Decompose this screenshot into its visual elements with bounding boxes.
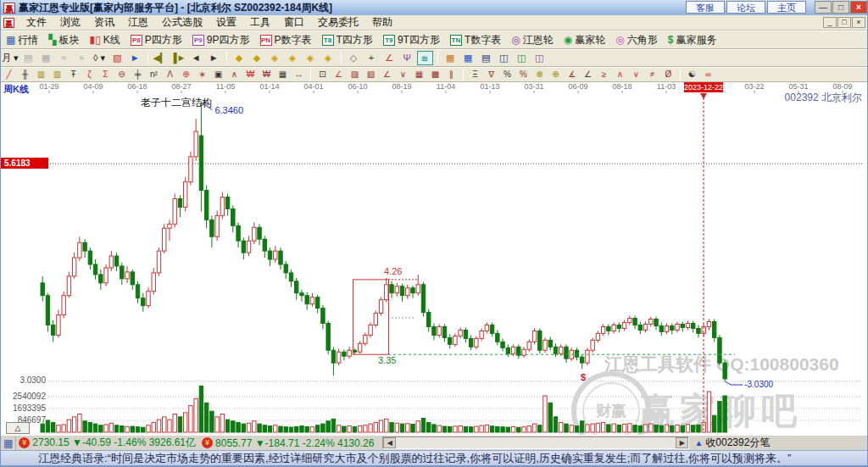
- maximize-button[interactable]: □: [832, 1, 849, 14]
- homepage-button[interactable]: 主页: [767, 1, 806, 14]
- menu-item-tools[interactable]: 工具: [243, 14, 277, 31]
- gann-draw-tool-3-icon[interactable]: ▥: [34, 69, 48, 81]
- minimize-button[interactable]: —: [815, 1, 832, 14]
- gann-draw-tool-35-icon[interactable]: ∡: [565, 69, 579, 81]
- volume-pane-expand-button[interactable]: △: [6, 422, 30, 434]
- gann-draw-tool-33-icon[interactable]: ⊗: [532, 69, 547, 81]
- gann-draw-tool-22-icon[interactable]: ▨: [348, 69, 362, 81]
- save-icon[interactable]: ◫: [496, 51, 512, 65]
- gann-draw-tool-16-icon[interactable]: ₩: [243, 69, 258, 81]
- gann-draw-tool-41-icon[interactable]: Ø: [661, 69, 676, 81]
- scrollbar-track[interactable]: [396, 437, 676, 448]
- gann-draw-tool-23-icon[interactable]: ▧: [364, 69, 378, 81]
- page-right-icon[interactable]: ►: [206, 51, 222, 65]
- kline-chart-area[interactable]: 5.61833.03002540092169339584669701-2904-…: [1, 82, 868, 435]
- toolbar-button-9t-square[interactable]: T99T四方形: [378, 32, 445, 48]
- menu-item-trade[interactable]: 交易委托: [311, 14, 365, 31]
- horizontal-scrollbar[interactable]: ◀ ▶: [382, 436, 689, 449]
- gann-draw-tool-37-icon[interactable]: ≥: [597, 69, 611, 81]
- gann-draw-tool-19-icon[interactable]: ↔: [292, 69, 306, 81]
- toolbar-button-p-number-table[interactable]: PNP数字表: [255, 32, 317, 48]
- kline-color-toggle-icon[interactable]: ▧: [109, 51, 125, 65]
- gann-draw-tool-42-icon[interactable]: ☯: [685, 69, 699, 81]
- diamond-tool-4-icon[interactable]: ◈: [285, 51, 301, 65]
- menu-item-settings[interactable]: 设置: [209, 14, 243, 31]
- gann-draw-tool-15-icon[interactable]: ∧: [227, 69, 242, 81]
- gann-draw-tool-27-icon[interactable]: ▩: [428, 69, 442, 81]
- gann-draw-tool-38-icon[interactable]: ∧: [613, 69, 627, 81]
- diamond-tool-5-icon[interactable]: ◈: [303, 51, 319, 65]
- mdi-restore-button[interactable]: □: [837, 17, 851, 28]
- diamond-tool-6-icon[interactable]: ◈: [320, 51, 337, 65]
- gann-draw-tool-9-icon[interactable]: ╪: [131, 69, 145, 81]
- gann-draw-tool-20-icon[interactable]: ⊡: [315, 69, 330, 81]
- page-left-icon[interactable]: ◄: [188, 51, 204, 65]
- toolbar-button-winner-service[interactable]: $赢家服务: [663, 32, 722, 48]
- gann-draw-tool-7-icon[interactable]: Σ: [98, 69, 113, 81]
- scroll-left-button[interactable]: ◀: [383, 437, 396, 448]
- toolbar-button-9p-square[interactable]: P99P四方形: [187, 32, 255, 48]
- toolbar-button-kline[interactable]: ▮▯K线: [85, 32, 125, 48]
- pen-tool-icon[interactable]: Ψ: [399, 51, 415, 65]
- toolbar-button-p-square[interactable]: P8P四方形: [125, 32, 187, 48]
- gann-draw-tool-34-icon[interactable]: ⊕: [548, 69, 563, 81]
- gann-draw-tool-40-icon[interactable]: ≠: [645, 69, 659, 81]
- gann-draw-tool-12-icon[interactable]: ⊕: [179, 69, 193, 81]
- toolbar-button-gann-wheel[interactable]: ◎江恩轮: [506, 32, 558, 48]
- gann-draw-tool-17-icon[interactable]: ₩: [259, 69, 274, 81]
- gann-draw-tool-31-icon[interactable]: %: [500, 69, 515, 81]
- angle-tool-icon[interactable]: ∠: [381, 51, 398, 65]
- gann-draw-tool-28-icon[interactable]: ∥: [444, 69, 459, 81]
- pan-tool-icon[interactable]: ◇: [346, 51, 362, 65]
- menu-item-gann[interactable]: 江恩: [121, 14, 155, 31]
- menu-item-news[interactable]: 资讯: [87, 14, 121, 31]
- calculator-icon[interactable]: ▦: [460, 51, 476, 65]
- diamond-tool-1-icon[interactable]: ◆: [231, 51, 248, 65]
- sh-index-quote[interactable]: 2730.15 ▼-40.59 -1.46% 3926.61亿: [32, 436, 196, 450]
- close-button[interactable]: ×: [850, 1, 867, 14]
- mdi-close-button[interactable]: ×: [852, 17, 865, 28]
- gann-draw-tool-2-icon[interactable]: ╫: [18, 69, 32, 81]
- gann-draw-tool-14-icon[interactable]: ▣: [211, 69, 225, 81]
- customer-service-button[interactable]: 客服: [686, 1, 725, 14]
- toolbar-button-t-number-table[interactable]: TNT数字表: [445, 32, 506, 48]
- menu-item-formula-stock-pick[interactable]: 公式选股: [155, 14, 209, 31]
- gann-draw-tool-4-icon[interactable]: ▥: [50, 69, 64, 81]
- tick-data-link[interactable]: ▲ 收002392分笔: [694, 436, 770, 450]
- gann-draw-tool-32-icon[interactable]: %: [516, 69, 531, 81]
- gann-draw-tool-36-icon[interactable]: ∠: [581, 69, 595, 81]
- quote-grid-button[interactable]: ▦: [1, 436, 16, 450]
- toolbar-button-winner-wheel[interactable]: ◉赢家轮: [559, 32, 610, 48]
- period-dropdown-icon[interactable]: 月 ▾: [2, 51, 19, 65]
- gann-draw-tool-30-icon[interactable]: ∇: [484, 69, 498, 81]
- mdi-minimize-button[interactable]: _: [823, 17, 837, 28]
- sz-index-quote[interactable]: 8055.77 ▼-184.71 -2.24% 4130.26: [215, 437, 374, 449]
- last-page-icon[interactable]: ▐►: [170, 51, 186, 65]
- scroll-right-button[interactable]: ▶: [676, 437, 688, 448]
- gann-draw-tool-5-icon[interactable]: Ŧ: [66, 69, 81, 81]
- print-icon[interactable]: ◫: [531, 51, 548, 65]
- menu-item-help[interactable]: 帮助: [365, 14, 399, 31]
- line-tool-icon[interactable]: ≋: [417, 51, 433, 65]
- gann-draw-tool-29-icon[interactable]: Ξ: [468, 69, 482, 81]
- gann-draw-tool-13-icon[interactable]: ∗: [195, 69, 209, 81]
- gann-draw-tool-26-icon[interactable]: ▦: [412, 69, 426, 81]
- gann-draw-tool-8-icon[interactable]: ⊖: [114, 69, 129, 81]
- forum-button[interactable]: 论坛: [726, 1, 765, 14]
- toolbar-button-sectors[interactable]: ▚板块: [43, 32, 84, 48]
- gann-draw-tool-18-icon[interactable]: ▦: [275, 69, 290, 81]
- diamond-tool-3-icon[interactable]: ◈: [267, 51, 283, 65]
- gann-draw-tool-6-icon[interactable]: ζ: [82, 69, 97, 81]
- menu-item-browse[interactable]: 浏览: [53, 14, 87, 31]
- style-dropdown-icon[interactable]: ◊ ▾: [92, 51, 108, 65]
- gann-draw-tool-25-icon[interactable]: ∨: [396, 69, 410, 81]
- menu-item-window[interactable]: 窗口: [277, 14, 311, 31]
- toolbar-button-quotes[interactable]: ▦行情: [1, 32, 43, 48]
- gann-draw-tool-39-icon[interactable]: ∨: [629, 69, 643, 81]
- gann-draw-tool-24-icon[interactable]: ∠: [380, 69, 394, 81]
- gann-draw-tool-11-icon[interactable]: Λ: [163, 69, 177, 81]
- gann-draw-tool-10-icon[interactable]: n²: [147, 69, 161, 81]
- play-icon[interactable]: ►: [127, 51, 143, 65]
- export-icon[interactable]: ◫: [514, 51, 530, 65]
- calendar-icon[interactable]: ▦: [442, 51, 459, 65]
